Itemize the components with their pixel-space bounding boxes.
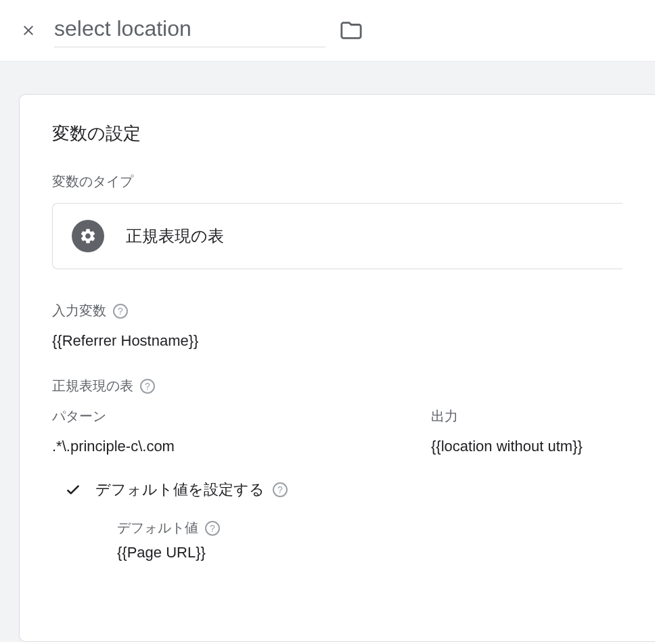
help-icon[interactable]: ? — [140, 379, 155, 394]
input-variable-label: 入力変数 ? — [52, 302, 623, 320]
column-output-header: 出力 — [431, 407, 458, 426]
gear-icon — [79, 227, 97, 245]
default-value-value[interactable]: {{Page URL}} — [117, 544, 623, 561]
folder-icon — [340, 19, 363, 42]
help-icon[interactable]: ? — [273, 482, 288, 497]
help-icon[interactable]: ? — [205, 521, 220, 536]
content-area: 変数の設定 変数のタイプ 正規表現の表 入力変数 ? {{Referrer Ho… — [0, 62, 655, 642]
check-icon — [64, 481, 82, 499]
table-row: .*\.principle-c\.com {{location without … — [52, 438, 623, 455]
variable-type-label: 変数のタイプ — [52, 172, 623, 191]
variable-name-input[interactable] — [54, 14, 325, 47]
regex-table-section: 正規表現の表 ? パターン 出力 .*\.principle-c\.com {{… — [52, 377, 623, 561]
regex-table-label-text: 正規表現の表 — [52, 377, 133, 395]
default-value-label: デフォルト値 ? — [117, 519, 623, 537]
checkbox-label-text: デフォルト値を設定する — [95, 480, 265, 500]
default-value-checkbox-row[interactable]: デフォルト値を設定する ? — [64, 480, 623, 500]
variable-config-card: 変数の設定 変数のタイプ 正規表現の表 入力変数 ? {{Referrer Ho… — [19, 94, 655, 642]
input-variable-label-text: 入力変数 — [52, 302, 106, 320]
pattern-cell[interactable]: .*\.principle-c\.com — [52, 438, 431, 455]
input-variable-value[interactable]: {{Referrer Hostname}} — [52, 332, 623, 350]
header-bar — [0, 0, 655, 62]
close-button[interactable] — [19, 21, 38, 40]
help-icon[interactable]: ? — [113, 304, 128, 319]
default-value-field: デフォルト値 ? {{Page URL}} — [117, 519, 623, 561]
folder-button[interactable] — [339, 18, 363, 43]
gear-icon-wrapper — [72, 220, 104, 252]
variable-type-selector[interactable]: 正規表現の表 — [52, 203, 623, 269]
regex-table-label: 正規表現の表 ? — [52, 377, 623, 395]
default-value-label-text: デフォルト値 — [117, 519, 198, 537]
column-pattern-header: パターン — [52, 407, 431, 426]
output-cell[interactable]: {{location without utm}} — [431, 438, 583, 455]
close-icon — [20, 22, 37, 39]
variable-type-name: 正規表現の表 — [126, 225, 224, 247]
default-value-checkbox-label: デフォルト値を設定する ? — [95, 480, 288, 500]
table-header-row: パターン 出力 — [52, 407, 623, 426]
card-title: 変数の設定 — [52, 122, 623, 145]
